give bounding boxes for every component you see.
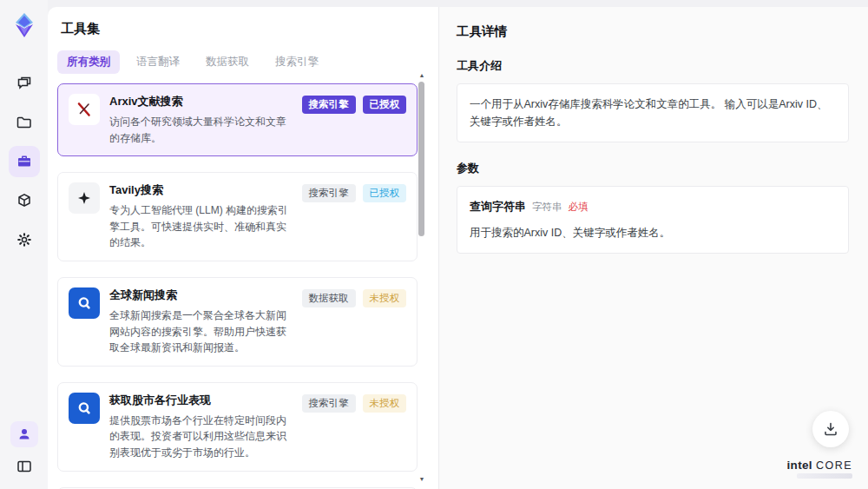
list-scrollbar[interactable]: ▲ ▼: [418, 71, 426, 482]
main-content: 工具集 所有类别语言翻译数据获取搜索引擎 Arxiv文献搜索 访问各个研究领域大…: [48, 7, 868, 489]
tool-description: 访问各个研究领域大量科学论文和文章的存储库。: [109, 114, 295, 146]
intel-core-logo: intel core: [787, 459, 852, 479]
category-tab-3[interactable]: 搜索引擎: [266, 50, 328, 74]
category-tab-0[interactable]: 所有类别: [57, 50, 120, 74]
auth-status-badge: 已授权: [363, 184, 407, 202]
news-blue-icon: [69, 393, 100, 424]
tool-name: 获取股市各行业表现: [109, 393, 295, 408]
cube-icon: [16, 192, 33, 209]
brand-text: intel core: [787, 459, 852, 472]
arxiv-icon: [69, 94, 100, 125]
tool-card-body: Arxiv文献搜索 访问各个研究领域大量科学论文和文章的存储库。: [109, 94, 302, 146]
tool-description: 提供股票市场各个行业在特定时间段内的表现。投资者可以利用这些信息来识别表现优于或…: [109, 413, 295, 461]
category-tag: 数据获取: [302, 289, 356, 307]
sidebar-item-user[interactable]: [10, 421, 38, 447]
tool-detail-panel: 工具详情 工具介绍 一个用于从Arxiv存储库搜索科学论文和文章的工具。 输入可…: [438, 7, 868, 489]
tool-card-body: 全球新闻搜索 全球新闻搜索是一个聚合全球各大新闻网站内容的搜索引擎。帮助用户快速…: [109, 287, 302, 356]
tavily-icon: [69, 182, 100, 214]
category-tag: 搜索引擎: [302, 96, 356, 114]
tool-description: 全球新闻搜索是一个聚合全球各大新闻网站内容的搜索引擎。帮助用户快速获取全球最新资…: [109, 307, 295, 356]
tool-description: 专为人工智能代理 (LLM) 构建的搜索引擎工具。可快速提供实时、准确和真实的结…: [109, 202, 295, 251]
tool-card-body: 获取股市各行业表现 提供股票市场各个行业在特定时间段内的表现。投资者可以利用这些…: [109, 393, 302, 461]
tool-card[interactable]: 获取股市各行业表现 提供股票市场各个行业在特定时间段内的表现。投资者可以利用这些…: [57, 382, 418, 472]
tool-tags: 数据获取 未授权: [302, 287, 407, 307]
tool-list-panel: 工具集 所有类别语言翻译数据获取搜索引擎 Arxiv文献搜索 访问各个研究领域大…: [48, 7, 438, 489]
scrollbar-thumb[interactable]: [418, 82, 424, 236]
tool-card-body: Tavily搜索 专为人工智能代理 (LLM) 构建的搜索引擎工具。可快速提供实…: [109, 182, 302, 251]
param-head: 查询字符串 字符串 必填: [470, 198, 836, 216]
category-tab-2[interactable]: 数据获取: [196, 50, 259, 74]
tool-tags: 搜索引擎 已授权: [302, 94, 407, 114]
news-blue-icon: [69, 287, 100, 319]
tool-card[interactable]: Arxiv文献搜索 访问各个研究领域大量科学论文和文章的存储库。 搜索引擎 已授…: [57, 83, 418, 156]
download-icon: [822, 420, 839, 438]
rail-bottom: [0, 421, 48, 482]
sidebar-item-files[interactable]: [9, 107, 40, 138]
category-tabs: 所有类别语言翻译数据获取搜索引擎: [57, 50, 438, 74]
sidebar-item-tools[interactable]: [9, 146, 40, 177]
panel-toggle-icon: [16, 458, 33, 475]
tool-card[interactable]: Tavily搜索 专为人工智能代理 (LLM) 构建的搜索引擎工具。可快速提供实…: [57, 172, 418, 261]
auth-status-badge: 未授权: [363, 289, 407, 307]
briefcase-icon: [16, 153, 33, 170]
param-required-badge: 必填: [569, 199, 589, 215]
category-tab-1[interactable]: 语言翻译: [127, 50, 189, 74]
intro-box: 一个用于从Arxiv存储库搜索科学论文和文章的工具。 输入可以是Arxiv ID…: [457, 83, 849, 142]
params-heading: 参数: [457, 161, 849, 176]
brand-badge: [797, 473, 852, 479]
param-name: 查询字符串: [470, 198, 526, 216]
intro-text: 一个用于从Arxiv存储库搜索科学论文和文章的工具。 输入可以是Arxiv ID…: [470, 98, 828, 128]
param-desc: 用于搜索的Arxiv ID、关键字或作者姓名。: [470, 224, 836, 241]
tool-name: Tavily搜索: [109, 182, 295, 198]
left-rail: [0, 0, 48, 489]
tool-tags: 搜索引擎 已授权: [302, 182, 407, 202]
app-logo-icon: [10, 10, 39, 40]
param-box: 查询字符串 字符串 必填 用于搜索的Arxiv ID、关键字或作者姓名。: [457, 186, 849, 254]
scroll-down-icon[interactable]: ▼: [418, 475, 426, 482]
detail-title: 工具详情: [457, 23, 849, 40]
app-window: 工具集 所有类别语言翻译数据获取搜索引擎 Arxiv文献搜索 访问各个研究领域大…: [0, 0, 868, 489]
rail-nav: [9, 68, 40, 255]
intro-heading: 工具介绍: [457, 58, 849, 74]
download-button[interactable]: [812, 411, 849, 447]
scroll-up-icon[interactable]: ▲: [418, 71, 426, 78]
chat-icon: [16, 75, 33, 92]
sidebar-item-chat[interactable]: [9, 68, 40, 99]
auth-status-badge: 已授权: [363, 96, 407, 114]
page-title: 工具集: [61, 21, 438, 37]
tool-tags: 搜索引擎 未授权: [302, 393, 407, 413]
user-icon: [16, 426, 32, 442]
auth-status-badge: 未授权: [363, 394, 407, 413]
tool-card[interactable]: 全球新闻搜索 全球新闻搜索是一个聚合全球各大新闻网站内容的搜索引擎。帮助用户快速…: [57, 277, 418, 367]
tool-name: Arxiv文献搜索: [109, 94, 295, 109]
sidebar-item-panel-toggle[interactable]: [9, 451, 40, 482]
sidebar-item-settings[interactable]: [9, 224, 40, 255]
folder-icon: [16, 114, 33, 131]
gear-icon: [16, 231, 33, 248]
tool-name: 全球新闻搜索: [109, 287, 295, 303]
category-tag: 搜索引擎: [302, 184, 356, 202]
param-type: 字符串: [532, 199, 562, 215]
sidebar-item-packages[interactable]: [9, 185, 40, 216]
tool-cards: Arxiv文献搜索 访问各个研究领域大量科学论文和文章的存储库。 搜索引擎 已授…: [57, 83, 418, 489]
category-tag: 搜索引擎: [302, 394, 356, 413]
